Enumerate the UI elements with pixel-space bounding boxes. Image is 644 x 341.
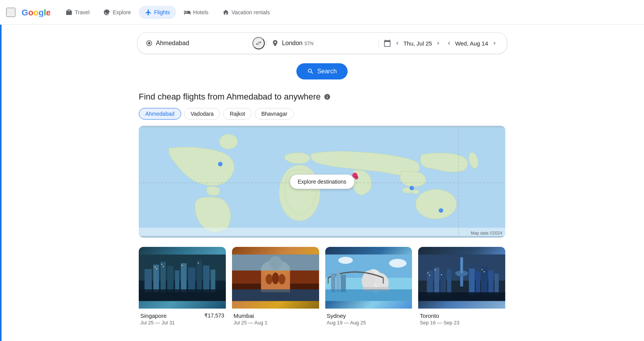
svg-rect-68 [427,270,434,295]
filter-bhavnagar[interactable]: Bhavnagar [255,108,294,120]
destination-field[interactable]: London STN [266,39,377,47]
dest-price-singapore: ₹17,573 [204,312,224,319]
plane-icon [145,9,152,16]
svg-rect-79 [435,270,435,270]
svg-point-1 [148,42,150,45]
dest-details-singapore: Singapore Jul 25 — Jul 31 [140,312,175,326]
svg-rect-76 [494,273,499,295]
depart-next-btn[interactable] [434,39,443,48]
svg-point-15 [410,186,414,191]
svg-rect-21 [153,265,159,292]
dest-card-mumbai[interactable]: Mumbai Jul 25 — Aug 1 [232,247,319,327]
chevron-right-icon [435,40,441,46]
svg-rect-48 [232,289,319,301]
section-title-text: Find cheap flights from Ahmedabad to any… [139,92,321,102]
tab-hotels[interactable]: Hotels [178,6,215,19]
depart-date-block[interactable]: Thu, Jul 25 [393,39,443,48]
search-icon [307,68,314,75]
filter-vadodara[interactable]: Vadodara [184,108,220,120]
svg-point-16 [439,208,443,213]
dest-location-icon [271,39,279,47]
tab-vacation-rentals[interactable]: Vacation rentals [216,6,276,19]
tab-travel[interactable]: Travel [59,6,96,19]
tab-travel-label: Travel [75,9,89,15]
info-icon[interactable] [324,93,331,100]
tab-flights-label: Flights [154,9,170,15]
origin-field[interactable] [141,39,251,47]
svg-rect-69 [434,268,440,295]
svg-rect-31 [155,267,155,267]
search-button[interactable]: Search [296,63,348,79]
svg-rect-77 [427,272,428,273]
return-prev-btn[interactable] [444,39,454,48]
search-btn-label: Search [317,68,337,75]
world-map[interactable]: Explore destinations Map data ©2024 [139,126,505,238]
tab-explore[interactable]: Explore [97,6,137,19]
svg-rect-20 [145,269,152,292]
explore-destinations-button[interactable]: Explore destinations [289,174,354,189]
svg-rect-36 [198,263,199,263]
return-next-btn[interactable] [490,39,499,48]
tab-hotels-label: Hotels [193,9,209,15]
location-icon [145,39,153,47]
svg-rect-82 [484,271,484,272]
dest-card-sydney[interactable]: Sydney Aug 19 — Aug 25 [325,247,412,327]
svg-rect-25 [181,263,187,292]
chevron-left-icon-2 [446,40,452,46]
return-date-block[interactable]: Wed, Aug 14 [444,39,499,48]
google-logo: Google [22,8,50,17]
search-btn-wrap: Search [296,63,348,79]
svg-rect-10 [139,228,505,236]
tab-explore-label: Explore [113,9,131,15]
svg-point-43 [266,274,272,284]
city-image-mumbai [232,247,319,309]
menu-button[interactable] [6,8,15,17]
date-section: Thu, Jul 25 Wed, Aug 14 [378,39,504,48]
swap-button[interactable] [252,37,265,49]
calendar-icon [383,39,391,47]
dest-details-sydney: Sydney Aug 19 — Aug 25 [327,312,366,326]
map-credit-text: Map data ©2024 [471,231,503,235]
dest-card-toronto[interactable]: Toronto Sep 16 — Sep 23 [418,247,505,327]
dest-card-info-singapore: Singapore Jul 25 — Jul 31 ₹17,573 [139,309,226,327]
svg-text:Google: Google [22,8,50,17]
svg-rect-35 [182,265,182,266]
city-image-sydney [325,247,412,309]
svg-rect-24 [175,270,179,292]
tab-vacation-label: Vacation rentals [232,9,270,15]
city-image-toronto [418,247,505,309]
dest-city-sydney: Sydney [327,312,366,319]
suitcase-icon [66,9,72,16]
svg-rect-47 [232,255,319,270]
city-filters: Ahmedabad Vadodara Rajkot Bhavnagar [139,108,505,120]
dest-card-info-sydney: Sydney Aug 19 — Aug 25 [325,309,412,327]
city-image-singapore [139,247,226,309]
svg-point-9 [415,189,457,219]
svg-rect-67 [461,257,463,273]
return-date-text: Wed, Aug 14 [455,40,488,47]
svg-rect-30 [139,289,226,301]
origin-input[interactable] [156,40,246,47]
depart-prev-btn[interactable] [393,39,402,48]
dest-city-toronto: Toronto [420,312,459,319]
svg-rect-32 [156,268,157,269]
dest-city-singapore: Singapore [140,312,175,319]
svg-rect-33 [161,264,162,265]
svg-point-45 [278,274,285,284]
tab-flights[interactable]: Flights [139,6,176,19]
svg-point-62 [338,257,353,264]
svg-rect-23 [167,266,174,292]
depart-date-text: Thu, Jul 25 [404,40,432,47]
chevron-left-icon [394,40,400,46]
nav-tabs: Travel Explore Flights Hotels Vacation r… [59,6,276,19]
filter-rajkot[interactable]: Rajkot [223,108,252,120]
dest-city-mumbai: Mumbai [234,312,267,319]
svg-point-17 [218,162,223,167]
dest-card-info-toronto: Toronto Sep 16 — Sep 23 [418,309,505,327]
svg-point-61 [389,259,406,268]
filter-ahmedabad[interactable]: Ahmedabad [139,108,181,120]
dest-dates-sydney: Aug 19 — Aug 25 [327,320,366,326]
dest-card-singapore[interactable]: Singapore Jul 25 — Jul 31 ₹17,573 [139,247,226,327]
dest-card-info-mumbai: Mumbai Jul 25 — Aug 1 [232,309,319,327]
svg-rect-58 [336,270,340,292]
